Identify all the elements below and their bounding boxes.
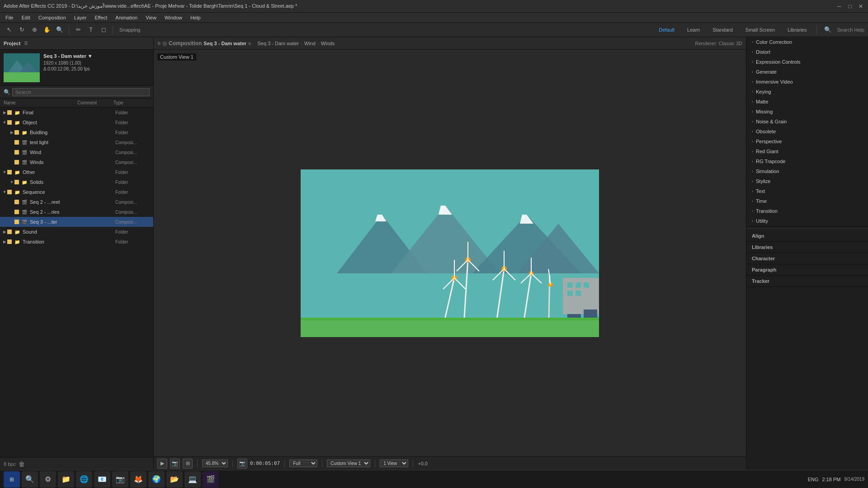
start-button[interactable]: ⊞ xyxy=(4,471,20,488)
effects-item-rg-trapcode[interactable]: › RG Trapcode xyxy=(746,156,868,166)
breadcrumb-item-3[interactable]: Winds xyxy=(321,41,335,46)
learn-workspace-tab[interactable]: Learn xyxy=(683,26,704,34)
expand-icon[interactable]: ▼ xyxy=(9,180,14,184)
small-screen-workspace-tab[interactable]: Small Screen xyxy=(741,26,779,34)
snapshot-button[interactable]: 📷 xyxy=(237,459,247,469)
list-item[interactable]: ▼ 📁 Solids Folder xyxy=(0,177,153,187)
minimize-button[interactable]: ─ xyxy=(835,3,843,10)
list-item[interactable]: ▶ 📁 Final Folder xyxy=(0,108,153,117)
menu-view[interactable]: View xyxy=(142,14,160,21)
project-search-input[interactable] xyxy=(12,88,150,96)
menu-layer[interactable]: Layer xyxy=(71,14,90,21)
view-select[interactable]: Custom View 1 Active Camera xyxy=(327,460,370,467)
search-taskbar-button[interactable]: 🔍 xyxy=(22,471,38,488)
quality-select[interactable]: Full Half Quarter xyxy=(289,460,317,467)
menu-effect[interactable]: Effect xyxy=(91,14,111,21)
viewer-canvas[interactable] xyxy=(301,169,599,337)
tracker-panel[interactable]: Tracker xyxy=(746,276,868,287)
grid-btn[interactable]: ⊞ xyxy=(183,459,193,469)
effects-item-utility[interactable]: › Utility xyxy=(746,216,868,226)
taskbar-btn-6[interactable]: 🦊 xyxy=(130,471,146,488)
list-item[interactable]: 🎬 Wind Composi... xyxy=(0,147,153,157)
character-panel[interactable]: Character xyxy=(746,253,868,264)
list-item[interactable]: ▶ 📁 Buidling Folder xyxy=(0,127,153,137)
snapping-label: Snapping xyxy=(117,27,143,33)
align-panel[interactable]: Align xyxy=(746,230,868,242)
effects-item-missing[interactable]: › Missing xyxy=(746,107,868,117)
expand-icon[interactable]: ▼ xyxy=(2,120,7,125)
play-button[interactable]: ▶ xyxy=(157,459,167,469)
list-item[interactable]: 🎬 Seq 2 - ...ries Composi... xyxy=(0,207,153,217)
menu-window[interactable]: Window xyxy=(161,14,186,21)
camera-tool[interactable]: ⊕ xyxy=(29,24,40,35)
effects-item-obsolete[interactable]: › Obsolete xyxy=(746,127,868,136)
menu-file[interactable]: File xyxy=(2,14,17,21)
effects-item-expression[interactable]: › Expression Controls xyxy=(746,57,868,67)
expand-icon[interactable]: ▼ xyxy=(2,170,7,174)
rotate-tool[interactable]: ↻ xyxy=(16,24,27,35)
layout-select[interactable]: 1 View 2 Views 4 Views xyxy=(380,460,408,467)
effects-item-perspective[interactable]: › Perspective xyxy=(746,136,868,146)
effects-item-color-correction[interactable]: › Color Correction xyxy=(746,37,868,47)
default-workspace-tab[interactable]: Default xyxy=(654,26,679,34)
expand-icon[interactable]: ▼ xyxy=(2,190,7,194)
shape-tool[interactable]: ◻ xyxy=(98,24,109,35)
expand-icon[interactable]: ▶ xyxy=(2,110,7,115)
taskbar-btn-3[interactable]: 🌐 xyxy=(76,471,92,488)
camera-btn[interactable]: 📷 xyxy=(170,459,180,469)
list-item[interactable]: ▼ 📁 Object Folder xyxy=(0,117,153,127)
menu-help[interactable]: Help xyxy=(187,14,204,21)
effects-item-immersive[interactable]: › Immersive Video xyxy=(746,77,868,87)
taskbar-btn-7[interactable]: 🌍 xyxy=(148,471,165,488)
zoom-select[interactable]: 45.8% 100% 50% 25% xyxy=(202,460,228,467)
panel-menu-icon[interactable]: ☰ xyxy=(24,41,28,46)
select-tool[interactable]: ↖ xyxy=(4,24,14,35)
libraries-workspace-tab[interactable]: Libraries xyxy=(783,26,811,34)
libraries-panel[interactable]: Libraries xyxy=(746,242,868,253)
menu-animation[interactable]: Animation xyxy=(112,14,141,21)
expand-icon[interactable]: ▶ xyxy=(9,130,14,135)
list-item[interactable]: ▼ 📁 Other Folder xyxy=(0,167,153,177)
breadcrumb-item-1[interactable]: Seq 3 - Dam water xyxy=(258,41,299,46)
effects-item-simulation[interactable]: › Simulation xyxy=(746,166,868,176)
list-item[interactable]: ▶ 📁 Sound Folder xyxy=(0,227,153,237)
expand-icon[interactable]: ▶ xyxy=(2,230,7,234)
trash-icon[interactable]: 🗑 xyxy=(19,460,25,468)
taskbar-ae-btn[interactable]: 🎬 xyxy=(203,471,219,488)
maximize-button[interactable]: □ xyxy=(846,3,854,10)
effects-item-stylize[interactable]: › Stylize xyxy=(746,176,868,186)
effects-item-noise[interactable]: › Noise & Grain xyxy=(746,117,868,127)
list-item[interactable]: 🎬 test light Composi... xyxy=(0,137,153,147)
effects-item-matte[interactable]: › Matte xyxy=(746,97,868,107)
list-item-selected[interactable]: 🎬 Seq 3 - ...ter Composi... xyxy=(0,217,153,227)
effects-item-keying[interactable]: › Keying xyxy=(746,87,868,97)
taskbar-btn-2[interactable]: 📁 xyxy=(58,471,74,488)
expand-icon[interactable]: ▶ xyxy=(2,239,7,244)
text-tool[interactable]: T xyxy=(85,24,96,35)
pan-tool[interactable]: ✋ xyxy=(42,24,52,35)
close-button[interactable]: ✕ xyxy=(857,3,864,10)
zoom-tool[interactable]: 🔍 xyxy=(54,24,65,35)
pen-tool[interactable]: ✏ xyxy=(73,24,84,35)
effects-item-distort[interactable]: › Distort xyxy=(746,47,868,57)
effects-item-transition[interactable]: › Transition xyxy=(746,206,868,216)
breadcrumb-item-2[interactable]: Wind xyxy=(304,41,316,46)
list-item[interactable]: ▶ 📁 Transition Folder xyxy=(0,237,153,247)
effects-item-text[interactable]: › Text xyxy=(746,186,868,196)
taskbar-btn-9[interactable]: 💻 xyxy=(184,471,201,488)
taskbar-btn-5[interactable]: 📷 xyxy=(112,471,128,488)
effects-item-time[interactable]: › Time xyxy=(746,196,868,206)
taskbar-btn-8[interactable]: 📂 xyxy=(166,471,183,488)
standard-workspace-tab[interactable]: Standard xyxy=(708,26,737,34)
search-button[interactable]: 🔍 xyxy=(822,24,833,35)
list-item[interactable]: 🎬 Seq 2 - ...reet Composi... xyxy=(0,197,153,207)
menu-composition[interactable]: Composition xyxy=(35,14,70,21)
paragraph-panel[interactable]: Paragraph xyxy=(746,264,868,276)
effects-item-red-giant[interactable]: › Red Giant xyxy=(746,146,868,156)
list-item[interactable]: ▼ 📁 Sequence Folder xyxy=(0,187,153,197)
effects-item-generate[interactable]: › Generate xyxy=(746,67,868,77)
menu-edit[interactable]: Edit xyxy=(18,14,34,21)
list-item[interactable]: 🎬 Winds Composi... xyxy=(0,157,153,167)
taskbar-btn-4[interactable]: 📧 xyxy=(94,471,110,488)
taskbar-btn-1[interactable]: ⚙ xyxy=(40,471,56,488)
